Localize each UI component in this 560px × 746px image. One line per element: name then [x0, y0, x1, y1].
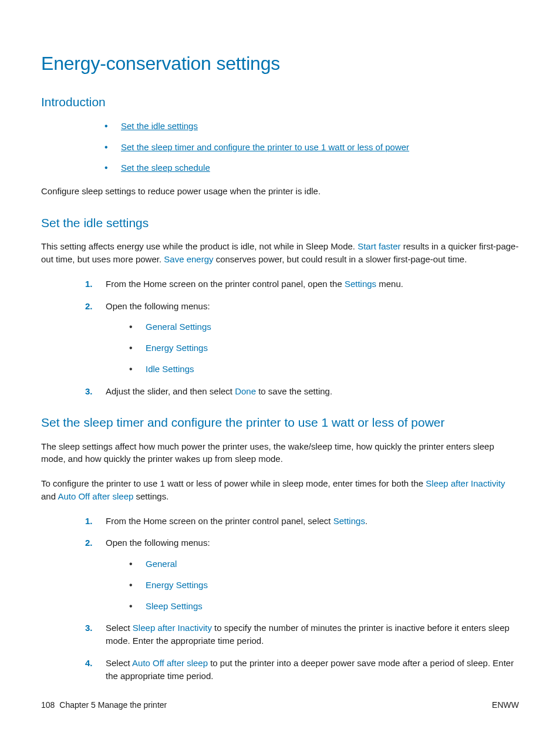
toc-item: Set the sleep timer and configure the pr…	[104, 141, 519, 154]
step-2: Open the following menus: General Settin…	[85, 300, 519, 376]
text: From the Home screen on the printer cont…	[106, 516, 333, 526]
chapter-label: Chapter 5 Manage the printer	[59, 700, 167, 710]
step-4: Select Auto Off after sleep to put the p…	[85, 657, 519, 683]
ui-start-faster: Start faster	[357, 241, 400, 251]
ui-auto-off-after-sleep: Auto Off after sleep	[58, 491, 133, 501]
heading-idle: Set the idle settings	[41, 214, 519, 232]
text: To configure the printer to use 1 watt o…	[41, 478, 426, 488]
step-1: From the Home screen on the printer cont…	[85, 515, 519, 528]
footer-right: ENWW	[492, 699, 519, 711]
sleep-p1: The sleep settings affect how much power…	[41, 440, 519, 466]
step-3: Adjust the slider, and then select Done …	[85, 385, 519, 398]
text: From the Home screen on the printer cont…	[106, 279, 345, 289]
idle-paragraph: This setting affects energy use while th…	[41, 240, 519, 266]
ui-save-energy: Save energy	[164, 254, 213, 264]
sleep-steps: From the Home screen on the printer cont…	[41, 515, 519, 683]
ui-sleep-settings: Sleep Settings	[146, 601, 203, 611]
toc-link-sleep-schedule[interactable]: Set the sleep schedule	[121, 163, 210, 173]
sleep-menu-list: General Energy Settings Sleep Settings	[106, 558, 519, 612]
toc-list: Set the idle settings Set the sleep time…	[41, 120, 519, 174]
ui-done: Done	[235, 386, 256, 396]
section-idle: Set the idle settings This setting affec…	[41, 214, 519, 397]
ui-sleep-after-inactivity: Sleep after Inactivity	[133, 623, 212, 633]
ui-energy-settings: Energy Settings	[146, 580, 208, 590]
list-item: General	[129, 558, 519, 571]
ui-sleep-after-inactivity: Sleep after Inactivity	[426, 478, 505, 488]
text: settings.	[133, 491, 168, 501]
list-item: Energy Settings	[129, 342, 519, 355]
text: to save the setting.	[256, 386, 332, 396]
text: Open the following menus:	[106, 538, 210, 548]
toc-item: Set the idle settings	[104, 120, 519, 133]
ui-idle-settings: Idle Settings	[146, 364, 194, 374]
ui-general: General	[146, 559, 177, 569]
page-number: 108	[41, 700, 55, 710]
text: conserves power, but could result in a s…	[214, 254, 467, 264]
text: and	[41, 491, 58, 501]
heading-introduction: Introduction	[41, 93, 519, 111]
footer-left: 108Chapter 5 Manage the printer	[41, 699, 167, 711]
idle-steps: From the Home screen on the printer cont…	[41, 278, 519, 398]
toc-link-idle[interactable]: Set the idle settings	[121, 121, 198, 131]
intro-body: Configure sleep settings to reduce power…	[41, 185, 519, 198]
ui-auto-off-after-sleep: Auto Off after sleep	[132, 658, 208, 668]
list-item: General Settings	[129, 320, 519, 333]
text: Open the following menus:	[106, 301, 210, 311]
text: Select	[106, 658, 132, 668]
page-title: Energy-conservation settings	[41, 50, 519, 77]
ui-settings: Settings	[333, 516, 365, 526]
section-introduction: Introduction Set the idle settings Set t…	[41, 93, 519, 197]
step-2: Open the following menus: General Energy…	[85, 536, 519, 612]
step-1: From the Home screen on the printer cont…	[85, 278, 519, 291]
list-item: Energy Settings	[129, 579, 519, 592]
list-item: Idle Settings	[129, 363, 519, 376]
text: Adjust the slider, and then select	[106, 386, 235, 396]
ui-settings: Settings	[345, 279, 376, 289]
ui-general-settings: General Settings	[146, 322, 211, 332]
toc-link-sleep-timer[interactable]: Set the sleep timer and configure the pr…	[121, 142, 409, 152]
page: Energy-conservation settings Introductio…	[0, 0, 560, 746]
text: .	[365, 516, 367, 526]
toc-item: Set the sleep schedule	[104, 161, 519, 174]
text: menu.	[376, 279, 403, 289]
heading-sleep-timer: Set the sleep timer and configure the pr…	[41, 414, 519, 431]
page-footer: 108Chapter 5 Manage the printer ENWW	[41, 699, 519, 711]
list-item: Sleep Settings	[129, 600, 519, 613]
ui-energy-settings: Energy Settings	[146, 343, 208, 353]
section-sleep-timer: Set the sleep timer and configure the pr…	[41, 414, 519, 682]
idle-menu-list: General Settings Energy Settings Idle Se…	[106, 320, 519, 375]
text: This setting affects energy use while th…	[41, 241, 357, 251]
step-3: Select Sleep after Inactivity to specify…	[85, 622, 519, 647]
text: Select	[106, 623, 133, 633]
sleep-p2: To configure the printer to use 1 watt o…	[41, 477, 519, 503]
